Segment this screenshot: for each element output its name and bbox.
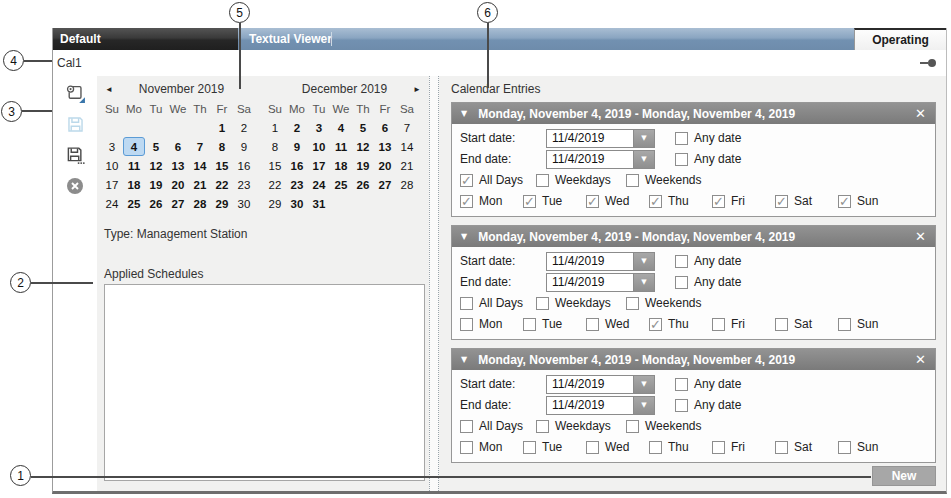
wed-checkbox[interactable]: Wed bbox=[586, 440, 649, 454]
calendar-day[interactable]: 22 bbox=[264, 175, 286, 194]
calendar-day[interactable]: 15 bbox=[211, 156, 233, 175]
sun-checkbox[interactable]: Sun bbox=[838, 317, 901, 331]
tue-checkbox[interactable]: Tue bbox=[523, 440, 586, 454]
weekdays-checkbox[interactable]: Weekdays bbox=[536, 173, 626, 187]
new-entry-button[interactable]: New bbox=[872, 466, 936, 486]
sat-checkbox[interactable]: ✓Sat bbox=[775, 194, 838, 208]
collapse-icon[interactable]: ▼ bbox=[461, 355, 467, 364]
checkbox[interactable]: ✓ bbox=[523, 195, 536, 208]
checkbox[interactable] bbox=[460, 318, 473, 331]
calendar-day[interactable]: 17 bbox=[101, 175, 123, 194]
tab-operating[interactable]: Operating bbox=[854, 28, 946, 50]
collapse-icon[interactable]: ▼ bbox=[461, 109, 467, 118]
calendar-day[interactable]: 23 bbox=[233, 175, 255, 194]
start-date-value[interactable]: 11/4/2019 bbox=[547, 253, 633, 270]
wed-checkbox[interactable]: Wed bbox=[586, 317, 649, 331]
weekends-checkbox[interactable]: Weekends bbox=[626, 419, 701, 433]
tab-default[interactable]: Default bbox=[53, 28, 238, 50]
any-date-checkbox[interactable]: Any date bbox=[675, 131, 741, 145]
weekends-checkbox[interactable]: Weekends bbox=[626, 173, 701, 187]
calendar-day[interactable]: 5 bbox=[352, 118, 374, 137]
sat-checkbox[interactable]: Sat bbox=[775, 317, 838, 331]
pin-icon[interactable] bbox=[920, 59, 936, 67]
start-date-field[interactable]: 11/4/2019 ▼ bbox=[546, 375, 655, 394]
calendar-day[interactable]: 28 bbox=[396, 175, 418, 194]
checkbox[interactable]: ✓ bbox=[460, 174, 473, 187]
calendar-day[interactable]: 25 bbox=[330, 175, 352, 194]
calendar-day[interactable]: 20 bbox=[167, 175, 189, 194]
calendar-day[interactable]: 3 bbox=[101, 137, 123, 156]
any-date-checkbox[interactable]: Any date bbox=[675, 275, 741, 289]
entry-header[interactable]: ▼ Monday, November 4, 2019 - Monday, Nov… bbox=[452, 349, 935, 370]
fri-checkbox[interactable]: Fri bbox=[712, 440, 775, 454]
checkbox[interactable] bbox=[675, 255, 688, 268]
checkbox[interactable] bbox=[536, 420, 549, 433]
calendar-day[interactable]: 12 bbox=[145, 156, 167, 175]
checkbox[interactable] bbox=[838, 441, 851, 454]
delete-entry-icon[interactable]: ✕ bbox=[915, 107, 926, 120]
checkbox[interactable]: ✓ bbox=[586, 195, 599, 208]
weekends-checkbox[interactable]: Weekends bbox=[626, 296, 701, 310]
checkbox[interactable] bbox=[460, 420, 473, 433]
calendar-day[interactable]: 18 bbox=[123, 175, 145, 194]
checkbox[interactable] bbox=[775, 318, 788, 331]
any-date-checkbox[interactable]: Any date bbox=[675, 254, 741, 268]
calendar-day[interactable]: 25 bbox=[123, 194, 145, 213]
calendar-day[interactable]: 6 bbox=[167, 137, 189, 156]
calendar-day[interactable]: 4 bbox=[330, 118, 352, 137]
calendar-day[interactable]: 29 bbox=[211, 194, 233, 213]
end-date-field[interactable]: 11/4/2019 ▼ bbox=[546, 273, 655, 292]
weekdays-checkbox[interactable]: Weekdays bbox=[536, 419, 626, 433]
checkbox[interactable] bbox=[838, 318, 851, 331]
calendar-day[interactable]: 26 bbox=[145, 194, 167, 213]
date-dropdown-icon[interactable]: ▼ bbox=[633, 376, 654, 393]
date-dropdown-icon[interactable]: ▼ bbox=[633, 397, 654, 414]
checkbox[interactable] bbox=[775, 441, 788, 454]
calendar-day[interactable]: 19 bbox=[145, 175, 167, 194]
tue-checkbox[interactable]: ✓Tue bbox=[523, 194, 586, 208]
discard-icon[interactable] bbox=[64, 175, 86, 197]
date-dropdown-icon[interactable]: ▼ bbox=[633, 274, 654, 291]
mon-checkbox[interactable]: Mon bbox=[460, 440, 523, 454]
start-date-value[interactable]: 11/4/2019 bbox=[547, 376, 633, 393]
entry-header[interactable]: ▼ Monday, November 4, 2019 - Monday, Nov… bbox=[452, 103, 935, 124]
wed-checkbox[interactable]: ✓Wed bbox=[586, 194, 649, 208]
checkbox[interactable]: ✓ bbox=[460, 195, 473, 208]
checkbox[interactable] bbox=[626, 420, 639, 433]
checkbox[interactable] bbox=[649, 441, 662, 454]
calendar-day[interactable]: 24 bbox=[308, 175, 330, 194]
checkbox[interactable] bbox=[523, 318, 536, 331]
calendar-day[interactable]: 8 bbox=[264, 137, 286, 156]
thu-checkbox[interactable]: Thu bbox=[649, 440, 712, 454]
end-date-value[interactable]: 11/4/2019 bbox=[547, 397, 633, 414]
next-month-icon[interactable]: ► bbox=[409, 85, 425, 94]
checkbox[interactable]: ✓ bbox=[838, 195, 851, 208]
checkbox[interactable] bbox=[712, 441, 725, 454]
calendar-day[interactable]: 13 bbox=[374, 137, 396, 156]
calendar-day[interactable]: 2 bbox=[286, 118, 308, 137]
thu-checkbox[interactable]: ✓Thu bbox=[649, 194, 712, 208]
checkbox[interactable] bbox=[626, 297, 639, 310]
calendar-day[interactable]: 6 bbox=[374, 118, 396, 137]
calendar-day[interactable]: 12 bbox=[352, 137, 374, 156]
checkbox[interactable] bbox=[523, 441, 536, 454]
calendar-day[interactable]: 10 bbox=[308, 137, 330, 156]
checkbox[interactable] bbox=[675, 132, 688, 145]
thu-checkbox[interactable]: ✓Thu bbox=[649, 317, 712, 331]
mon-checkbox[interactable]: Mon bbox=[460, 317, 523, 331]
delete-entry-icon[interactable]: ✕ bbox=[915, 230, 926, 243]
checkbox[interactable] bbox=[536, 297, 549, 310]
checkbox[interactable]: ✓ bbox=[775, 195, 788, 208]
calendar-day[interactable]: 7 bbox=[396, 118, 418, 137]
calendar-day[interactable]: 31 bbox=[308, 194, 330, 213]
calendar-day[interactable]: 14 bbox=[189, 156, 211, 175]
calendar-day[interactable]: 21 bbox=[396, 156, 418, 175]
calendar-day[interactable]: 7 bbox=[189, 137, 211, 156]
checkbox[interactable] bbox=[675, 153, 688, 166]
checkbox[interactable] bbox=[536, 174, 549, 187]
prev-month-icon[interactable]: ◄ bbox=[101, 85, 117, 94]
calendar-day[interactable]: 24 bbox=[101, 194, 123, 213]
entry-header[interactable]: ▼ Monday, November 4, 2019 - Monday, Nov… bbox=[452, 226, 935, 247]
checkbox[interactable]: ✓ bbox=[712, 195, 725, 208]
calendar-day[interactable]: 8 bbox=[211, 137, 233, 156]
